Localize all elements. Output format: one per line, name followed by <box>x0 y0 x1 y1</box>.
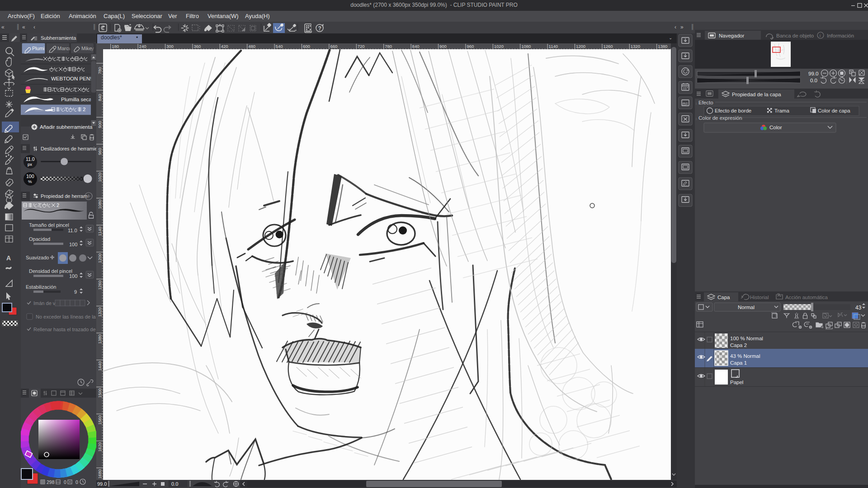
svg-text:Subherramienta: Subherramienta <box>41 35 76 41</box>
svg-text:900: 900 <box>439 44 447 49</box>
svg-text:1140: 1140 <box>97 227 102 236</box>
svg-text:660: 660 <box>330 44 337 49</box>
svg-text:240: 240 <box>139 44 146 49</box>
svg-text:Añadir subherramienta: Añadir subherramienta <box>40 124 93 130</box>
svg-text:%: % <box>28 179 32 184</box>
svg-text:100: 100 <box>69 273 77 279</box>
svg-text:43: 43 <box>855 305 862 311</box>
svg-text:Color de capa: Color de capa <box>818 108 850 113</box>
svg-text:180: 180 <box>112 44 119 49</box>
svg-text:Deslizadores de herramien: Deslizadores de herramien <box>41 146 96 151</box>
svg-text:9: 9 <box>74 289 77 295</box>
svg-text:Propiedad de herram: Propiedad de herram <box>41 193 87 199</box>
svg-text:0.0: 0.0 <box>810 78 817 83</box>
svg-text:1140: 1140 <box>549 44 558 49</box>
svg-text:1320: 1320 <box>631 44 640 49</box>
svg-text:99.0: 99.0 <box>97 481 107 487</box>
svg-text:No exceder las líneas de la: No exceder las líneas de la <box>36 314 96 319</box>
svg-text:y: y <box>91 46 94 51</box>
svg-text:2: 2 <box>83 107 85 112</box>
svg-text:1080: 1080 <box>521 44 531 49</box>
svg-text:780: 780 <box>97 67 102 74</box>
svg-text:100: 100 <box>69 242 77 247</box>
svg-text:1440: 1440 <box>97 361 102 371</box>
svg-text:Capa 1: Capa 1 <box>730 360 747 366</box>
svg-text:?: ? <box>318 25 321 32</box>
svg-text:Propiedad de la capa: Propiedad de la capa <box>732 92 781 97</box>
svg-text:540: 540 <box>276 44 283 49</box>
svg-text:Color de expresión: Color de expresión <box>698 115 742 121</box>
svg-text:Navegador: Navegador <box>719 33 744 38</box>
svg-text:Acción automática: Acción automática <box>785 295 828 300</box>
svg-text:100: 100 <box>26 174 34 179</box>
svg-text:2: 2 <box>57 202 59 208</box>
svg-text:Plumilla seca: Plumilla seca <box>61 97 92 102</box>
svg-text:Mike: Mike <box>81 46 92 51</box>
svg-text:420: 420 <box>221 44 228 49</box>
svg-text:0: 0 <box>64 479 66 485</box>
svg-text:Color: Color <box>769 125 782 130</box>
svg-text:Suavizado: Suavizado <box>26 255 49 260</box>
svg-text:1380: 1380 <box>658 44 667 49</box>
svg-text:Efecto de borde: Efecto de borde <box>715 108 751 113</box>
svg-text:1260: 1260 <box>603 44 613 49</box>
svg-text:1200: 1200 <box>97 253 102 263</box>
svg-text:WEBTOON PEN!: WEBTOON PEN! <box>51 76 91 81</box>
svg-text:780: 780 <box>385 44 392 49</box>
svg-text:Banca de objeto: Banca de objeto <box>776 33 814 38</box>
svg-text:300: 300 <box>166 44 174 49</box>
svg-text:Capa 2: Capa 2 <box>730 343 747 348</box>
svg-text:100 % Normal: 100 % Normal <box>730 336 763 341</box>
svg-text:99.0: 99.0 <box>808 71 818 76</box>
svg-text:1020: 1020 <box>494 44 504 49</box>
svg-text:Historial: Historial <box>750 295 769 300</box>
svg-text:720: 720 <box>358 44 365 49</box>
svg-text:360: 360 <box>193 44 201 49</box>
svg-text:Rellenar hasta el trazado de v: Rellenar hasta el trazado de v <box>33 327 96 332</box>
svg-text:0.0: 0.0 <box>171 481 178 487</box>
svg-text:1380: 1380 <box>97 334 102 344</box>
svg-text:840: 840 <box>97 94 102 101</box>
svg-text:1320: 1320 <box>97 307 102 317</box>
svg-text:Tamaño del pincel: Tamaño del pincel <box>29 222 69 228</box>
svg-text:1620: 1620 <box>97 442 102 452</box>
svg-text:Estabilización: Estabilización <box>26 284 56 290</box>
svg-text:Plumi: Plumi <box>32 46 45 51</box>
svg-text:px: px <box>28 162 32 167</box>
svg-text:1260: 1260 <box>97 280 102 290</box>
svg-text:960: 960 <box>467 44 474 49</box>
svg-text:i: i <box>820 33 821 38</box>
svg-text:1500: 1500 <box>97 388 102 398</box>
svg-text:1680: 1680 <box>97 469 102 479</box>
svg-text:600: 600 <box>303 44 310 49</box>
svg-text:1080: 1080 <box>97 199 102 209</box>
svg-text:480: 480 <box>248 44 255 49</box>
svg-text:Papel: Papel <box>730 380 743 385</box>
svg-text:Efecto: Efecto <box>698 100 713 105</box>
svg-text:Imán de v: Imán de v <box>33 300 56 306</box>
svg-text:Trama: Trama <box>774 108 789 113</box>
svg-text:11.0: 11.0 <box>26 156 35 162</box>
svg-text:a: a <box>67 46 71 51</box>
svg-text:1560: 1560 <box>97 415 102 425</box>
svg-text:1200: 1200 <box>576 44 585 49</box>
svg-text:43 % Normal: 43 % Normal <box>730 353 760 359</box>
svg-text:Densidad del pincel: Densidad del pincel <box>29 268 72 274</box>
svg-text:Capa: Capa <box>717 295 730 300</box>
svg-text:298: 298 <box>47 479 55 485</box>
svg-text:Información: Información <box>827 33 854 38</box>
svg-text:11.0: 11.0 <box>68 228 77 233</box>
svg-text:960: 960 <box>97 148 102 155</box>
svg-text:Opacidad: Opacidad <box>29 236 50 242</box>
svg-text:840: 840 <box>412 44 420 49</box>
svg-text:900: 900 <box>97 121 102 128</box>
svg-text:0: 0 <box>75 479 78 485</box>
svg-text:Normal: Normal <box>738 305 755 310</box>
svg-text:1020: 1020 <box>97 173 102 182</box>
svg-text:A: A <box>6 254 11 262</box>
